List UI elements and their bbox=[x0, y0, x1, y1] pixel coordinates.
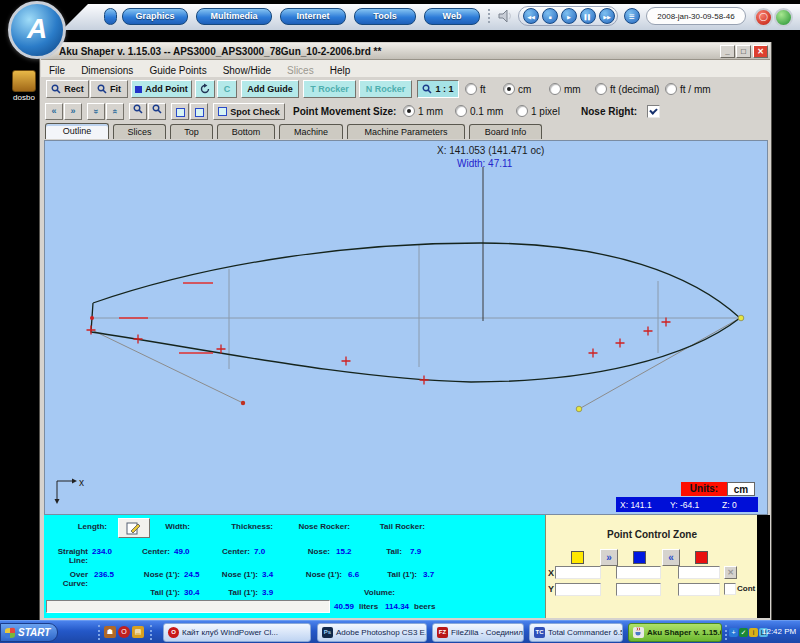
menu-file[interactable]: File bbox=[41, 63, 73, 76]
quick-launch-icon-3[interactable]: ▤ bbox=[132, 626, 144, 638]
pms-radio-01mm[interactable]: 0.1 mm bbox=[455, 105, 503, 117]
menu-dimensions[interactable]: Dimensions bbox=[73, 63, 141, 76]
red-point-swatch[interactable] bbox=[695, 551, 708, 564]
tab-top[interactable]: Top bbox=[170, 124, 213, 139]
pcz-y-field-3[interactable] bbox=[678, 583, 720, 596]
pcz-y-label: Y bbox=[548, 584, 554, 594]
board-outline-drawing bbox=[45, 141, 767, 514]
desktop-icon-dosbox[interactable] bbox=[12, 70, 36, 92]
pcz-y-field-2[interactable] bbox=[616, 583, 661, 596]
tray-icon-1[interactable]: + bbox=[729, 628, 738, 637]
yellow-point-swatch[interactable] bbox=[571, 551, 584, 564]
zoom-out-button[interactable] bbox=[148, 103, 166, 120]
zoom-in-button[interactable] bbox=[129, 103, 147, 120]
zoom-rect-button[interactable]: Rect bbox=[46, 80, 89, 98]
topbar-menu-tools[interactable]: Tools bbox=[354, 8, 416, 25]
unit-radio-cm[interactable]: cm bbox=[503, 83, 531, 95]
tailrocker-tail1-label: Tail (1'): bbox=[370, 570, 417, 579]
filezilla-icon: FZ bbox=[437, 627, 448, 638]
tab-machine-parameters[interactable]: Machine Parameters bbox=[347, 124, 465, 139]
rotate-button[interactable] bbox=[195, 80, 215, 98]
volume-label: Volume: bbox=[335, 588, 395, 597]
topbar-menu-web[interactable]: Web bbox=[424, 8, 480, 25]
tab-slices[interactable]: Slices bbox=[113, 124, 166, 139]
previous-point-button[interactable]: « bbox=[662, 549, 680, 566]
cursor-position-label: X: 141.053 (141.471 oc) bbox=[437, 145, 544, 156]
thickness-center-value: 7.0 bbox=[254, 547, 265, 556]
unit-radio-ft[interactable]: ft bbox=[465, 83, 486, 95]
top-bar-separator bbox=[488, 9, 492, 23]
zoom-fit-button[interactable]: Fit bbox=[90, 80, 128, 98]
header-nose-rocker: Nose Rocker: bbox=[270, 522, 350, 531]
square-icon bbox=[176, 108, 185, 117]
tray-icon-3[interactable]: i bbox=[749, 628, 758, 637]
task-button-aku-shaper[interactable]: Aku Shaper v. 1.15.03 --... bbox=[628, 623, 722, 642]
outline-canvas[interactable]: X: 141.053 (141.471 oc) Width: 47.11 x U… bbox=[44, 140, 768, 515]
menu-guide-points[interactable]: Guide Points bbox=[141, 63, 214, 76]
spot-check-button[interactable]: Spot Check bbox=[213, 103, 285, 120]
topbar-menu-internet[interactable]: Internet bbox=[280, 8, 346, 25]
task-button-photoshop[interactable]: Ps Adobe Photoshop CS3 E... bbox=[317, 623, 427, 642]
cont-checkbox[interactable] bbox=[724, 583, 736, 595]
topbar-menu-graphics[interactable]: Graphics bbox=[122, 8, 188, 25]
pms-radio-1mm[interactable]: 1 mm bbox=[403, 105, 443, 117]
pcz-y-field-1[interactable] bbox=[555, 583, 601, 596]
start-button[interactable]: START bbox=[0, 623, 58, 642]
desktop-logo-icon[interactable]: A bbox=[8, 1, 66, 59]
browser-icon: O bbox=[168, 627, 179, 638]
task-button-total-commander[interactable]: TC Total Commander 6.54a ... bbox=[529, 623, 623, 642]
next-point-button[interactable]: » bbox=[600, 549, 618, 566]
n-rocker-button: N Rocker bbox=[359, 80, 412, 98]
topbar-menu-multimedia[interactable]: Multimedia bbox=[196, 8, 272, 25]
menu-help[interactable]: Help bbox=[322, 63, 359, 76]
session-button[interactable] bbox=[774, 8, 793, 27]
tab-board-info[interactable]: Board Info bbox=[469, 124, 542, 139]
add-guide-button[interactable]: Add Guide bbox=[241, 80, 299, 98]
task-button-filezilla[interactable]: FZ FileZilla - Соединились с... bbox=[432, 623, 524, 642]
media-play-button[interactable]: ▶ bbox=[561, 8, 577, 24]
power-button[interactable]: ◯ bbox=[754, 8, 773, 27]
media-forward-button[interactable]: ▶▶ bbox=[599, 8, 615, 24]
pcz-x-label: X bbox=[548, 568, 554, 578]
quick-launch-icon-1[interactable]: ☗ bbox=[104, 626, 116, 638]
window-title-bar[interactable]: Aku Shaper v. 1.15.03 -- APS3000_APS3000… bbox=[41, 43, 770, 60]
move-right-button[interactable]: » bbox=[64, 103, 82, 120]
pcz-x-field-2[interactable] bbox=[616, 566, 661, 579]
volume-beers-value: 114.34 bbox=[385, 602, 409, 611]
tab-bottom[interactable]: Bottom bbox=[217, 124, 275, 139]
tab-machine[interactable]: Machine bbox=[279, 124, 343, 139]
quick-launch-icon-2[interactable]: O bbox=[118, 626, 130, 638]
media-stop-button[interactable]: ■ bbox=[542, 8, 558, 24]
point-control-zone: Point Control Zone » « X ✕ Y Cont bbox=[545, 515, 757, 618]
blue-point-swatch[interactable] bbox=[633, 551, 646, 564]
unit-radio-ft-decimal[interactable]: ft (decimal) bbox=[595, 83, 659, 95]
nose-right-checkbox[interactable] bbox=[647, 105, 660, 118]
pms-radio-1pixel[interactable]: 1 pixel bbox=[516, 105, 560, 117]
close-button[interactable]: ✕ bbox=[753, 45, 768, 58]
move-left-button[interactable]: « bbox=[45, 103, 63, 120]
unit-radio-mm[interactable]: mm bbox=[549, 83, 581, 95]
point-view-button-1[interactable] bbox=[171, 103, 189, 120]
media-rewind-button[interactable]: ◀◀ bbox=[523, 8, 539, 24]
pcz-x-field-3[interactable] bbox=[678, 566, 720, 579]
thickness-center-label: Center: bbox=[202, 547, 250, 556]
media-pause-button[interactable]: ▌▌ bbox=[580, 8, 596, 24]
one-to-one-zoom-button[interactable]: 1 : 1 bbox=[417, 80, 459, 98]
view-tabs: Outline Slices Top Bottom Machine Machin… bbox=[41, 123, 770, 140]
tab-outline[interactable]: Outline bbox=[45, 123, 109, 139]
move-up-button[interactable]: » bbox=[87, 103, 105, 120]
width-nose1-value: 24.5 bbox=[184, 570, 200, 579]
maximize-button[interactable]: □ bbox=[736, 45, 751, 58]
topbar-list-button[interactable]: ≡ bbox=[624, 8, 640, 24]
task-button-windpower[interactable]: O Кайт клуб WindPower Cl... bbox=[163, 623, 311, 642]
volume-progress-bar bbox=[46, 600, 330, 613]
point-view-button-2[interactable] bbox=[190, 103, 208, 120]
menu-show-hide[interactable]: Show/Hide bbox=[215, 63, 279, 76]
speaker-icon[interactable] bbox=[498, 9, 514, 27]
tray-icon-2[interactable]: ✓ bbox=[739, 628, 748, 637]
minimize-button[interactable]: _ bbox=[720, 45, 735, 58]
move-down-button[interactable]: « bbox=[106, 103, 124, 120]
pcz-x-field-1[interactable] bbox=[555, 566, 601, 579]
add-point-button[interactable]: Add Point bbox=[131, 80, 192, 98]
unit-radio-ft-mm[interactable]: ft / mm bbox=[665, 83, 711, 95]
